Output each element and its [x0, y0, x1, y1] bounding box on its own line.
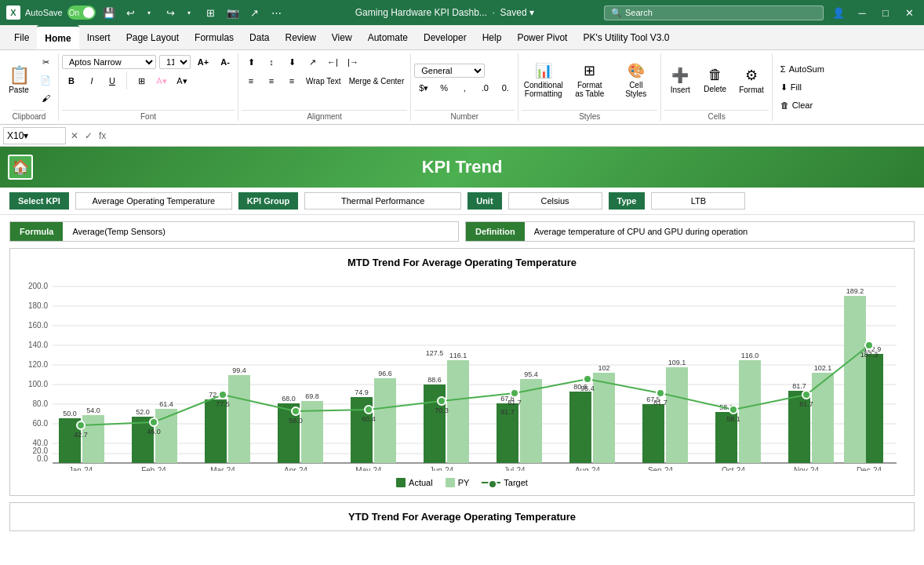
- target-dot-oct: [729, 406, 737, 414]
- font-color-button[interactable]: A▾: [173, 72, 191, 89]
- undo-dropdown[interactable]: ▾: [140, 4, 158, 21]
- formula-input[interactable]: [111, 130, 921, 141]
- align-right-button[interactable]: ≡: [282, 72, 301, 89]
- svg-text:Nov-24: Nov-24: [794, 466, 820, 471]
- align-bottom-button[interactable]: ⬇: [282, 53, 301, 71]
- underline-button[interactable]: U: [103, 72, 122, 89]
- increase-font-button[interactable]: A+: [194, 53, 213, 71]
- ribbon-styles: 📊 Conditional Formatting ⊞ Format as Tab…: [518, 53, 661, 121]
- decrease-font-button[interactable]: A-: [216, 53, 235, 71]
- font-name-select[interactable]: Aptos Narrow: [62, 55, 156, 69]
- type-value[interactable]: LTB: [651, 192, 745, 210]
- tab-developer[interactable]: Developer: [416, 25, 475, 49]
- indent-dec-button[interactable]: ←|: [323, 53, 342, 71]
- insert-button[interactable]: ➕ Insert: [664, 65, 696, 96]
- home-button[interactable]: 🏠: [8, 155, 33, 180]
- align-center-button[interactable]: ≡: [262, 72, 281, 89]
- svg-text:77.5: 77.5: [216, 400, 230, 408]
- tab-insert[interactable]: Insert: [79, 25, 118, 49]
- wrap-text-button[interactable]: Wrap Text: [303, 72, 344, 89]
- paste-button[interactable]: 📋 Paste: [3, 65, 35, 96]
- select-kpi-value[interactable]: Average Operating Temperature: [75, 192, 232, 210]
- save-icon[interactable]: 💾: [100, 4, 118, 21]
- restore-button[interactable]: □: [877, 4, 894, 21]
- conditional-formatting-button[interactable]: 📊 Conditional Formatting: [522, 60, 565, 100]
- fill-color-button[interactable]: A▾: [152, 72, 171, 89]
- tab-file[interactable]: File: [6, 25, 37, 49]
- excel-icon: X: [6, 5, 20, 20]
- tab-data[interactable]: Data: [242, 25, 277, 49]
- format-as-table-button[interactable]: ⊞ Format as Table: [568, 60, 611, 100]
- align-top-button[interactable]: ⬆: [242, 53, 260, 71]
- redo-dropdown[interactable]: ▾: [180, 4, 198, 21]
- pointer-icon[interactable]: ↗: [246, 4, 264, 21]
- tab-review[interactable]: Review: [277, 25, 323, 49]
- tab-power-pivot[interactable]: Power Pivot: [509, 25, 575, 49]
- screenshot-icon[interactable]: 📷: [224, 4, 242, 21]
- kpi-group-value[interactable]: Thermal Performance: [304, 192, 461, 210]
- format-button[interactable]: ⚙ Format: [734, 65, 769, 96]
- svg-text:60.0: 60.0: [33, 419, 49, 428]
- inc-decimal-button[interactable]: .0: [475, 79, 494, 97]
- account-icon[interactable]: 👤: [830, 4, 847, 21]
- target-dot-nov: [802, 391, 810, 399]
- italic-button[interactable]: I: [82, 72, 101, 89]
- format-painter-button[interactable]: 🖌: [36, 89, 55, 107]
- cell-styles-button[interactable]: 🎨 Cell Styles: [614, 60, 657, 100]
- tab-help[interactable]: Help: [475, 25, 510, 49]
- text-direction-button[interactable]: ↗: [303, 53, 322, 71]
- indent-inc-button[interactable]: |→: [344, 53, 362, 71]
- definition-value: Average temperature of CPU and GPU durin…: [525, 222, 914, 241]
- svg-text:61.4: 61.4: [159, 400, 173, 408]
- close-button[interactable]: ✕: [900, 4, 918, 21]
- undo-button[interactable]: ↩: [122, 4, 140, 21]
- merge-center-button[interactable]: Merge & Center: [346, 72, 408, 89]
- layout-icon[interactable]: ⊞: [202, 4, 220, 21]
- align-left-button[interactable]: ≡: [242, 72, 260, 89]
- styles-label: Styles: [522, 110, 657, 121]
- tab-pk-utility[interactable]: PK's Utility Tool V3.0: [575, 25, 677, 49]
- bold-button[interactable]: B: [62, 72, 81, 89]
- insert-function-icon[interactable]: fx: [97, 130, 107, 141]
- mtd-chart-svg-wrapper: 200.0 180.0 160.0 140.0 120.0 100.0 80.0…: [18, 275, 906, 473]
- svg-text:180.0: 180.0: [28, 301, 48, 310]
- fill-button[interactable]: ⬇ Fill: [776, 78, 832, 96]
- tab-formulas[interactable]: Formulas: [187, 25, 242, 49]
- cell-reference[interactable]: X10 ▾: [3, 127, 66, 144]
- title-right-icons: 🔍 Search 👤 ─ □ ✕: [604, 4, 918, 21]
- number-format-select[interactable]: General: [414, 64, 485, 78]
- minimize-button[interactable]: ─: [853, 4, 871, 21]
- autosum-button[interactable]: Σ AutoSum: [776, 60, 832, 78]
- copy-button[interactable]: 📄: [36, 71, 55, 89]
- title-search[interactable]: 🔍 Search: [604, 5, 824, 20]
- tab-view[interactable]: View: [324, 25, 360, 49]
- svg-text:187.3: 187.3: [860, 351, 879, 359]
- autosave-toggle[interactable]: On: [67, 5, 96, 20]
- tab-home[interactable]: Home: [37, 25, 78, 49]
- dec-decimal-button[interactable]: 0.: [496, 79, 515, 97]
- unit-value[interactable]: Celsius: [508, 192, 602, 210]
- title-bar-left: X AutoSave On 💾 ↩ ▾ ↪ ▾ ⊞ 📷 ↗ ⋯: [6, 4, 286, 21]
- clear-button[interactable]: 🗑 Clear: [776, 97, 832, 114]
- tab-page-layout[interactable]: Page Layout: [118, 25, 187, 49]
- confirm-formula-icon[interactable]: ✓: [83, 130, 94, 141]
- svg-text:Mar-24: Mar-24: [210, 466, 235, 471]
- redo-button[interactable]: ↪: [162, 4, 180, 21]
- tab-automate[interactable]: Automate: [360, 25, 416, 49]
- align-middle-button[interactable]: ↕: [262, 53, 281, 71]
- percent-button[interactable]: %: [435, 79, 453, 97]
- svg-text:Sep-24: Sep-24: [648, 466, 674, 471]
- cut-button[interactable]: ✂: [36, 53, 55, 71]
- redo-group: ↪ ▾: [162, 4, 198, 21]
- currency-button[interactable]: $▾: [414, 79, 433, 97]
- more-tools[interactable]: ⋯: [268, 4, 286, 21]
- target-dot-feb: [150, 418, 158, 426]
- comma-button[interactable]: ,: [455, 79, 474, 97]
- delete-button[interactable]: 🗑 Delete: [699, 65, 731, 95]
- clear-icon: 🗑: [780, 100, 789, 110]
- cancel-formula-icon[interactable]: ✕: [69, 130, 80, 141]
- font-size-select[interactable]: 11: [159, 55, 191, 69]
- type-label: Type: [609, 192, 646, 210]
- svg-text:99.4: 99.4: [232, 366, 246, 374]
- border-button[interactable]: ⊞: [132, 72, 151, 89]
